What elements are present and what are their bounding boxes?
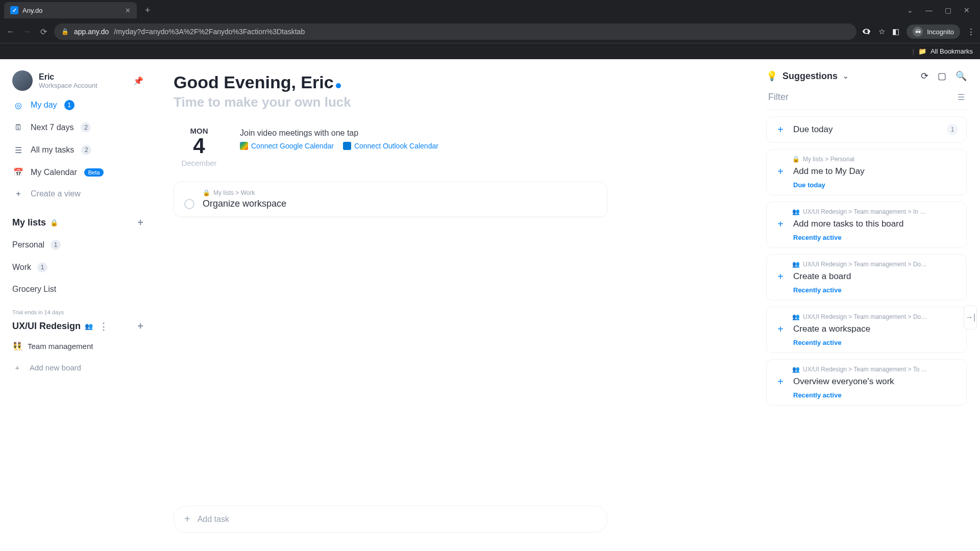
main: Good Evening, Eric Time to make your own… [153, 59, 761, 551]
suggestion-meta: Due today [793, 181, 958, 189]
task-card[interactable]: 🔒 My lists > Work Organize workspace [174, 182, 607, 217]
reload-button[interactable]: ⟳ [38, 27, 49, 37]
lightbulb-icon: 💡 [766, 70, 777, 82]
filter-label: Filter [768, 92, 789, 103]
suggestion-breadcrumb: 🔒My lists > Personal [792, 156, 958, 163]
trial-text: Trial ends in 14 days [9, 301, 146, 316]
chevron-down-icon[interactable]: ⌄ [907, 6, 913, 14]
bookmark-star-icon[interactable]: ☆ [878, 27, 885, 36]
board-team-management[interactable]: 👯 Team management [9, 336, 146, 356]
add-task-input[interactable]: + Add task [174, 506, 607, 533]
suggestion-title: Create a workspace [793, 324, 870, 334]
plus-icon[interactable]: + [775, 271, 786, 282]
suggestion-item[interactable]: 🔒My lists > Personal +Add me to My Day D… [766, 149, 967, 195]
suggestion-item[interactable]: 👥UX/UI Redesign > Team management > Do… … [766, 307, 967, 353]
people-icon: 👥 [792, 313, 800, 320]
target-icon: ◎ [13, 101, 23, 110]
list-grocery[interactable]: Grocery List [9, 280, 146, 299]
due-today-group[interactable]: + Due today 1 [766, 116, 967, 143]
search-icon[interactable]: 🔍 [955, 70, 967, 82]
sidepanel-icon[interactable]: ◧ [892, 27, 899, 36]
address-field[interactable]: 🔒 app.any.do/myday?d=anydo%3A%2F%2Fanydo… [54, 23, 856, 40]
all-bookmarks-button[interactable]: All Bookmarks [930, 47, 973, 55]
list-label: Grocery List [12, 285, 56, 294]
add-list-button[interactable]: + [137, 217, 143, 229]
close-window-icon[interactable]: ✕ [964, 6, 970, 14]
calendar-icon: 📅 [13, 167, 23, 177]
browser-tab[interactable]: ✓ Any.do ✕ [4, 2, 137, 18]
lock-icon: 🔒 [50, 219, 58, 227]
outlook-calendar-icon [343, 142, 351, 150]
suggestion-item[interactable]: 👥UX/UI Redesign > Team management > To …… [766, 359, 967, 406]
minimize-icon[interactable]: — [925, 6, 933, 14]
suggestion-item[interactable]: 👥UX/UI Redesign > Team management > Do… … [766, 254, 967, 300]
nav-all-tasks[interactable]: ☰ All my tasks 2 [9, 140, 146, 160]
incognito-pill[interactable]: 🕶 Incognito [906, 24, 960, 39]
filter-row[interactable]: Filter ☰ [766, 88, 967, 110]
create-view-label: Create a view [31, 189, 81, 198]
pin-icon[interactable]: 📌 [133, 76, 143, 86]
suggestion-breadcrumb: 👥UX/UI Redesign > Team management > Do… [792, 261, 958, 268]
connect-google-link[interactable]: Connect Google Calendar [240, 142, 334, 150]
nav-my-calendar[interactable]: 📅 My Calendar Beta [9, 162, 146, 182]
due-today-label: Due today [793, 124, 940, 135]
connect-title: Join video meetings with one tap [240, 129, 438, 138]
list-label: Work [12, 263, 31, 272]
plus-icon[interactable]: + [775, 218, 786, 230]
add-board-plus[interactable]: + [137, 320, 143, 332]
app: Eric Workspace Account 📌 ◎ My day 1 🗓 Ne… [0, 59, 980, 551]
forward-button[interactable]: → [21, 27, 33, 36]
suggestions-dropdown[interactable]: 💡 Suggestions ⌄ [766, 70, 849, 82]
subgreeting: Time to make your own luck [174, 94, 740, 110]
collapse-panel-button[interactable]: →| [964, 305, 977, 330]
close-tab-icon[interactable]: ✕ [125, 7, 131, 14]
back-button[interactable]: ← [5, 27, 16, 36]
bookmarks-divider: | [913, 47, 914, 55]
list-icon: ☰ [13, 145, 23, 155]
list-work[interactable]: Work 1 [9, 257, 146, 278]
suggestion-title: Add more tasks to this board [793, 219, 903, 229]
filter-icon[interactable]: ☰ [958, 92, 965, 102]
tab-bar: ✓ Any.do ✕ + ⌄ — ▢ ✕ [0, 0, 980, 20]
date-row: MON 4 December Join video meetings with … [174, 127, 740, 167]
add-new-board-button[interactable]: + Add new board [9, 358, 146, 377]
workspace-more-icon[interactable]: ⋮ [97, 321, 110, 332]
connect-google-label: Connect Google Calendar [251, 142, 334, 150]
due-today-count: 1 [947, 124, 958, 135]
square-icon[interactable]: ▢ [938, 70, 946, 82]
refresh-icon[interactable]: ⟳ [921, 70, 928, 82]
connect-outlook-label: Connect Outlook Calendar [354, 142, 438, 150]
nav-label: All my tasks [31, 145, 74, 155]
nav-my-day[interactable]: ◎ My day 1 [9, 95, 146, 115]
sidebar: Eric Workspace Account 📌 ◎ My day 1 🗓 Ne… [0, 59, 153, 551]
plus-icon[interactable]: + [775, 166, 786, 177]
plus-icon[interactable]: + [775, 323, 786, 335]
nav-count: 1 [64, 100, 75, 110]
plus-icon[interactable]: + [775, 376, 786, 387]
nav-next-7-days[interactable]: 🗓 Next 7 days 2 [9, 117, 146, 138]
task-checkbox[interactable] [184, 199, 194, 209]
create-view-button[interactable]: + Create a view [9, 184, 146, 204]
nav-label: Next 7 days [31, 123, 74, 132]
maximize-icon[interactable]: ▢ [945, 6, 951, 14]
new-tab-button[interactable]: + [141, 3, 155, 18]
connect-outlook-link[interactable]: Connect Outlook Calendar [343, 142, 438, 150]
workspace-header[interactable]: UX/UI Redesign 👥 ⋮ + [9, 318, 146, 334]
suggestion-item[interactable]: 👥UX/UI Redesign > Team management > In …… [766, 202, 967, 248]
incognito-label: Incognito [927, 28, 954, 36]
nav-count: 2 [81, 145, 91, 155]
list-count: 1 [37, 262, 47, 272]
board-label: Team management [28, 342, 93, 350]
date-num: 4 [174, 135, 225, 157]
address-bar: ← → ⟳ 🔒 app.any.do/myday?d=anydo%3A%2F%2… [0, 20, 980, 43]
bookmarks-bar: | 📁 All Bookmarks [0, 43, 980, 59]
kebab-menu-icon[interactable]: ⋮ [967, 27, 975, 36]
plus-icon[interactable]: + [775, 124, 786, 135]
connect-links: Connect Google Calendar Connect Outlook … [240, 142, 438, 150]
suggestion-meta: Recently active [793, 234, 958, 241]
list-personal[interactable]: Personal 1 [9, 235, 146, 255]
greeting: Good Evening, Eric [174, 72, 740, 92]
eye-off-icon[interactable]: 👁‍🗨 [862, 27, 871, 36]
profile[interactable]: Eric Workspace Account 📌 [9, 68, 146, 93]
nav-count: 2 [81, 122, 91, 133]
